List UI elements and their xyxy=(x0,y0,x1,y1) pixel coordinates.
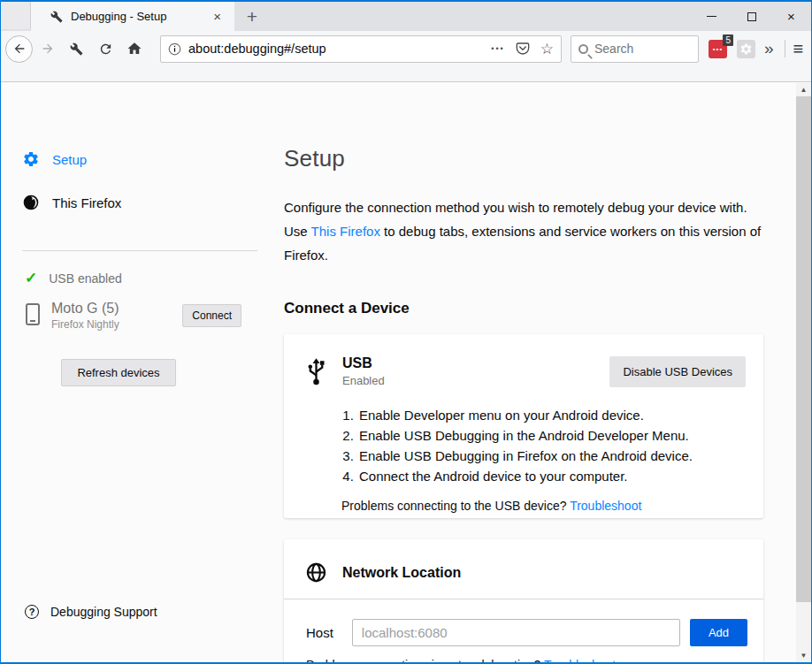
gear-icon xyxy=(22,150,40,168)
home-icon xyxy=(126,41,142,57)
bookmark-star-icon[interactable]: ☆ xyxy=(540,40,554,58)
scroll-up-icon[interactable]: ▲ xyxy=(796,83,811,96)
usb-problems-line: Problems connecting to the USB device? T… xyxy=(341,499,763,513)
disable-usb-devices-button[interactable]: Disable USB Devices xyxy=(609,356,746,387)
home-button[interactable] xyxy=(121,35,148,62)
extension-gear-icon xyxy=(739,42,753,56)
search-bar[interactable] xyxy=(571,35,699,63)
close-button[interactable]: × xyxy=(771,2,811,31)
network-location-card: Network Location Host Add Problems conne… xyxy=(284,539,763,662)
new-tab-button[interactable]: + xyxy=(240,4,264,29)
question-icon: ? xyxy=(25,605,39,619)
toolbar-separator xyxy=(785,40,785,57)
window-controls: × xyxy=(692,2,811,31)
usb-card: USB Enabled Disable USB Devices Enable D… xyxy=(284,334,763,518)
firefox-icon xyxy=(22,194,40,211)
maximize-button[interactable] xyxy=(732,2,771,31)
host-input[interactable] xyxy=(352,619,680,646)
extension-badge: 5 xyxy=(723,34,733,46)
reload-button[interactable] xyxy=(92,35,119,62)
debugging-support-label: Debugging Support xyxy=(50,605,157,619)
network-problems-text: Problems connecting via network location… xyxy=(306,658,544,662)
debugging-support-link[interactable]: ? Debugging Support xyxy=(25,605,157,619)
usb-status-label: USB enabled xyxy=(49,271,122,286)
maximize-icon xyxy=(747,12,756,21)
network-problems-line: Problems connecting via network location… xyxy=(306,658,763,662)
forward-button[interactable] xyxy=(34,35,61,62)
device-runtime: Firefox Nightly xyxy=(51,318,182,331)
host-label: Host xyxy=(306,625,333,640)
scroll-down-icon[interactable]: ▼ xyxy=(796,649,811,662)
usb-card-status: Enabled xyxy=(342,374,609,387)
usb-step-item: Connect the Android device to your compu… xyxy=(357,466,763,486)
minimize-icon xyxy=(707,16,716,17)
search-input[interactable] xyxy=(594,42,674,56)
host-row: Host Add xyxy=(284,599,763,646)
sidebar-setup-label: Setup xyxy=(52,152,87,167)
usb-card-title: USB xyxy=(342,355,609,371)
minimize-button[interactable] xyxy=(692,2,732,31)
titlebar: Debugging - Setup × + × xyxy=(1,2,811,31)
check-icon: ✓ xyxy=(25,269,37,287)
overflow-menu-icon[interactable]: » xyxy=(764,39,774,58)
usb-status-row: ✓ USB enabled xyxy=(25,269,122,287)
tab-close-icon[interactable]: × xyxy=(209,9,226,24)
usb-step-item: Enable USB Debugging in Firefox on the A… xyxy=(357,446,763,466)
globe-icon xyxy=(306,562,326,583)
connect-a-device-heading: Connect a Device xyxy=(284,300,763,317)
tab-title: Debugging - Setup xyxy=(71,10,209,23)
wrench-icon xyxy=(70,42,83,56)
usb-problems-text: Problems connecting to the USB device? xyxy=(341,499,570,513)
usb-troubleshoot-link[interactable]: Troubleshoot xyxy=(570,499,641,513)
sidebar-item-this-firefox[interactable]: This Firefox xyxy=(22,194,121,211)
hamburger-menu-icon[interactable]: ≡ xyxy=(793,39,804,59)
intro-paragraph: Configure the connection method you wish… xyxy=(284,195,763,267)
network-troubleshoot-link[interactable]: Troubleshoot xyxy=(544,658,616,662)
url-bar[interactable]: ••• ☆ xyxy=(160,35,562,63)
scrollbar-thumb[interactable] xyxy=(796,96,811,602)
phone-icon xyxy=(26,303,40,325)
forward-icon xyxy=(41,42,55,56)
navigation-toolbar: ••• ☆ ••• 5 » ≡ xyxy=(1,31,811,82)
sidebar-this-firefox-label: This Firefox xyxy=(52,195,121,210)
info-icon xyxy=(168,42,181,56)
extension-button-red[interactable]: ••• 5 xyxy=(709,40,727,58)
usb-step-item: Enable Developer menu on your Android de… xyxy=(357,405,763,425)
developer-tools-button[interactable] xyxy=(63,35,89,62)
main-panel: Setup Configure the connection method yo… xyxy=(284,83,763,662)
page-content: Setup This Firefox ✓ USB enabled Moto G … xyxy=(1,83,811,662)
titlebar-spacer xyxy=(1,2,31,29)
tab-debugging-setup[interactable]: Debugging - Setup × xyxy=(31,2,234,31)
sidebar: Setup This Firefox ✓ USB enabled Moto G … xyxy=(1,83,263,662)
connect-button[interactable]: Connect xyxy=(182,304,241,327)
pocket-icon[interactable] xyxy=(516,42,530,56)
add-button[interactable]: Add xyxy=(690,619,747,646)
refresh-devices-button[interactable]: Refresh devices xyxy=(61,359,176,386)
page-title: Setup xyxy=(284,145,763,172)
reload-icon xyxy=(98,42,113,57)
page-actions-icon[interactable]: ••• xyxy=(491,44,504,53)
usb-steps-list: Enable Developer menu on your Android de… xyxy=(357,405,763,486)
sidebar-item-setup[interactable]: Setup xyxy=(22,150,87,168)
network-card-title: Network Location xyxy=(342,565,746,581)
wrench-icon xyxy=(50,11,63,23)
firefox-window: Debugging - Setup × + × xyxy=(0,0,812,664)
usb-icon xyxy=(306,358,326,385)
back-button[interactable] xyxy=(5,35,33,63)
extension-button-gray[interactable] xyxy=(737,40,755,58)
usb-step-item: Enable USB Debugging in the Android Deve… xyxy=(357,425,763,446)
device-name: Moto G (5) xyxy=(51,301,182,317)
url-input[interactable] xyxy=(188,42,491,56)
this-firefox-link[interactable]: This Firefox xyxy=(311,224,380,239)
search-icon xyxy=(578,44,588,54)
sidebar-divider xyxy=(22,250,257,251)
device-row: Moto G (5) Firefox Nightly Connect xyxy=(26,301,241,331)
vertical-scrollbar[interactable]: ▲ ▼ xyxy=(796,83,811,662)
back-icon xyxy=(12,42,27,56)
